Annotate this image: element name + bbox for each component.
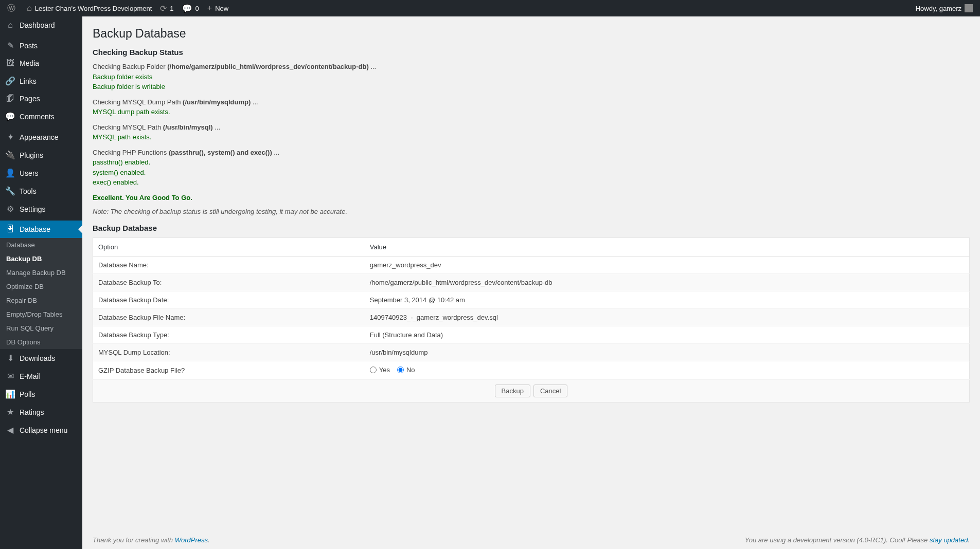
submenu-item-db-options[interactable]: DB Options [0, 335, 82, 349]
ratings-icon: ★ [5, 407, 15, 417]
sidebar-item-ratings[interactable]: ★Ratings [0, 403, 82, 421]
tools-icon: 🔧 [5, 186, 15, 196]
submenu-item-manage-backup-db[interactable]: Manage Backup DB [0, 266, 82, 280]
table-row: Database Name:gamerz_wordpress_dev [93, 257, 970, 274]
submenu-item-empty-drop-tables[interactable]: Empty/Drop Tables [0, 307, 82, 321]
gzip-no-radio[interactable] [397, 367, 404, 373]
table-row-gzip: GZIP Database Backup File?YesNo [93, 361, 970, 380]
submenu-item-run-sql-query[interactable]: Run SQL Query [0, 321, 82, 335]
sidebar-item-label: Pages [20, 95, 40, 103]
sidebar-item-collapse-menu[interactable]: ◀Collapse menu [0, 421, 82, 423]
sidebar-item-tools[interactable]: 🔧Tools [0, 182, 82, 200]
status-heading: Checking Backup Status [93, 48, 970, 57]
status-ok: MYSQL dump path exists. [93, 107, 970, 117]
settings-icon: ⚙ [5, 204, 15, 214]
page-title: Backup Database [93, 27, 970, 41]
e-mail-icon: ✉ [5, 371, 15, 381]
sidebar-item-posts[interactable]: ✎Posts [0, 36, 82, 54]
sidebar-item-label: Tools [20, 187, 37, 195]
gzip-yes-label[interactable]: Yes [370, 366, 390, 374]
status-note: Note: The checking of backup status is s… [93, 208, 970, 215]
sidebar-item-media[interactable]: 🖼Media [0, 54, 82, 72]
sidebar-item-database[interactable]: 🗄Database [0, 221, 82, 238]
sidebar-item-polls[interactable]: 📊Polls [0, 385, 82, 403]
status-ok: passthru() enabled. [93, 157, 970, 168]
plus-icon: + [207, 4, 212, 13]
admin-bar: ⓦ ⌂Lester Chan's WordPress Development ⟳… [0, 0, 980, 16]
sidebar-item-label: Posts [20, 42, 38, 50]
status-ok: Backup folder is writable [93, 82, 970, 92]
updates-link[interactable]: ⟳1 [156, 0, 177, 16]
site-name-link[interactable]: ⌂Lester Chan's WordPress Development [23, 0, 156, 16]
gzip-yes-radio[interactable] [370, 367, 377, 373]
polls-icon: 📊 [5, 389, 15, 399]
admin-menu: ⌂Dashboard✎Posts🖼Media🔗Links🗐Pages💬Comme… [0, 16, 82, 423]
status-block: Checking PHP Functions (passthru(), syst… [93, 148, 970, 188]
howdy-text: Howdy, gamerz [916, 5, 961, 12]
downloads-icon: ⬇ [5, 353, 15, 363]
status-ok: Backup folder exists [93, 72, 970, 82]
backup-options-table: Option Value Database Name:gamerz_wordpr… [93, 237, 970, 402]
users-icon: 👤 [5, 168, 15, 178]
sidebar-item-comments[interactable]: 💬Comments [0, 107, 82, 125]
backup-button[interactable]: Backup [495, 385, 530, 397]
updates-count: 1 [170, 5, 173, 12]
submenu-item-database[interactable]: Database [0, 238, 82, 252]
submenu-item-optimize-db[interactable]: Optimize DB [0, 280, 82, 294]
sidebar-item-label: Plugins [20, 151, 43, 159]
th-option: Option [93, 238, 365, 257]
th-value: Value [365, 238, 970, 257]
plugins-icon: 🔌 [5, 150, 15, 160]
status-block: Checking Backup Folder (/home/gamerz/pub… [93, 62, 970, 92]
sidebar-item-label: Comments [20, 113, 55, 121]
dashboard-icon: ⌂ [5, 21, 15, 30]
wordpress-icon: ⓦ [7, 3, 15, 14]
sidebar-item-e-mail[interactable]: ✉E-Mail [0, 367, 82, 385]
avatar [965, 4, 973, 12]
new-content-link[interactable]: +New [203, 0, 233, 16]
table-row: Database Backup File Name:1409740923_-_g… [93, 309, 970, 326]
table-row: MYSQL Dump Location:/usr/bin/mysqldump [93, 344, 970, 361]
sidebar-item-label: Settings [20, 205, 46, 213]
sidebar-item-users[interactable]: 👤Users [0, 164, 82, 182]
status-excellent: Excellent. You Are Good To Go. [93, 194, 192, 202]
site-title: Lester Chan's WordPress Development [35, 5, 152, 12]
sidebar-item-label: Downloads [20, 354, 55, 362]
submenu-item-backup-db[interactable]: Backup DB [0, 252, 82, 266]
links-icon: 🔗 [5, 76, 15, 86]
status-block: Checking MYSQL Dump Path (/usr/bin/mysql… [93, 97, 970, 117]
sidebar-item-label: Dashboard [20, 21, 55, 29]
pages-icon: 🗐 [5, 94, 15, 103]
sidebar-item-plugins[interactable]: 🔌Plugins [0, 146, 82, 164]
sidebar-item-label: Ratings [20, 408, 44, 416]
sidebar-item-dashboard[interactable]: ⌂Dashboard [0, 16, 82, 34]
sidebar-item-pages[interactable]: 🗐Pages [0, 90, 82, 107]
new-label: New [215, 5, 228, 12]
status-ok: exec() enabled. [93, 177, 970, 188]
my-account-link[interactable]: Howdy, gamerz [912, 0, 977, 16]
sidebar-item-label: E-Mail [20, 372, 40, 380]
sidebar-item-appearance[interactable]: ✦Appearance [0, 128, 82, 146]
sidebar-item-label: Media [20, 59, 39, 67]
sidebar-item-links[interactable]: 🔗Links [0, 72, 82, 90]
table-row: Database Backup Date:September 3, 2014 @… [93, 291, 970, 309]
appearance-icon: ✦ [5, 132, 15, 142]
submenu-item-repair-db[interactable]: Repair DB [0, 294, 82, 307]
cancel-button[interactable]: Cancel [533, 385, 567, 397]
posts-icon: ✎ [5, 41, 15, 50]
comment-icon: 💬 [182, 4, 192, 13]
sidebar-item-label: Polls [20, 390, 35, 398]
backup-heading: Backup Database [93, 224, 970, 232]
sidebar-item-settings[interactable]: ⚙Settings [0, 200, 82, 218]
wp-logo[interactable]: ⓦ [3, 0, 23, 16]
comments-link[interactable]: 💬0 [178, 0, 203, 16]
gzip-no-label[interactable]: No [397, 366, 415, 374]
sidebar-item-downloads[interactable]: ⬇Downloads [0, 349, 82, 367]
table-row: Database Backup Type:Full (Structure and… [93, 326, 970, 344]
main-content: Backup Database Checking Backup Status C… [82, 16, 980, 423]
sidebar-item-label: Users [20, 169, 39, 177]
sidebar-item-label: Links [20, 77, 37, 85]
comments-count: 0 [195, 5, 199, 12]
status-ok: MYSQL path exists. [93, 132, 970, 142]
update-icon: ⟳ [160, 4, 167, 13]
